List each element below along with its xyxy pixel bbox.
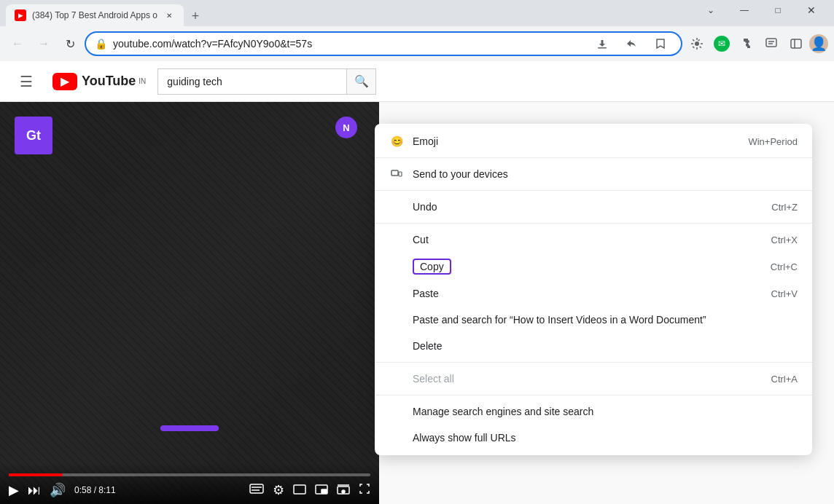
purple-progress-bar <box>160 425 219 431</box>
paste-icon <box>389 286 404 301</box>
menu-item-copy[interactable]: Copy Ctrl+C <box>375 253 812 280</box>
youtube-logo-text: YouTube <box>82 74 136 89</box>
profile-avatar[interactable]: 👤 <box>809 34 828 53</box>
menu-item-send-devices[interactable]: Send to your devices <box>375 161 812 187</box>
menu-label-emoji: Emoji <box>413 135 739 147</box>
menu-label-cut: Cut <box>413 234 763 245</box>
miniplayer-button[interactable] <box>315 483 328 498</box>
menu-item-paste-search[interactable]: Paste and search for “How to Insert Vide… <box>375 307 812 333</box>
menu-label-paste-search: Paste and search for “How to Insert Vide… <box>413 314 789 326</box>
tab-title: (384) Top 7 Best Android Apps o <box>32 10 157 20</box>
chevron-down-button[interactable]: ⌄ <box>694 0 728 23</box>
svg-rect-2 <box>766 39 776 47</box>
forward-button[interactable]: → <box>32 32 55 55</box>
bookmark-icon[interactable] <box>649 32 672 55</box>
video-controls: ▶ ⏭ 🔊 0:58 / 8:11 ⚙ <box>0 463 379 504</box>
menu-item-manage-search[interactable]: Manage search engines and site search <box>375 398 812 425</box>
download-icon[interactable] <box>591 32 614 55</box>
copy-icon <box>389 259 404 274</box>
youtube-country: IN <box>139 77 146 85</box>
maximize-button[interactable]: □ <box>761 0 795 23</box>
lock-icon: 🔒 <box>95 38 107 50</box>
menu-item-delete[interactable]: Delete <box>375 333 812 359</box>
minimize-button[interactable]: — <box>728 0 761 23</box>
toolbar-right: ✉ 👤 <box>685 32 828 55</box>
svg-rect-12 <box>321 489 327 493</box>
skip-button[interactable]: ⏭ <box>28 483 41 498</box>
new-tab-button[interactable]: + <box>185 6 206 26</box>
settings-button[interactable]: ⚙ <box>273 482 284 498</box>
sidebar-icon[interactable] <box>784 32 808 55</box>
menu-label-select-all: Select all <box>413 373 763 385</box>
menu-divider-3 <box>375 223 812 224</box>
address-text: youtube.com/watch?v=FAfcyN0Y9o0&t=57s <box>113 38 585 50</box>
menu-label-undo: Undo <box>413 201 763 213</box>
tab-favicon: ▶ <box>15 9 26 21</box>
send-devices-icon <box>389 167 404 181</box>
always-show-icon <box>389 430 404 445</box>
tab-bar-right: ⌄ — □ ✕ <box>694 0 828 26</box>
address-bar[interactable]: 🔒 youtube.com/watch?v=FAfcyN0Y9o0&t=57s <box>85 31 682 56</box>
browser-frame: ▶ (384) Top 7 Best Android Apps o ✕ + ⌄ … <box>0 0 834 504</box>
menu-shortcut-copy: Ctrl+C <box>771 261 798 272</box>
youtube-menu-button[interactable]: ☰ <box>12 67 41 96</box>
tab-search-icon[interactable] <box>760 32 783 55</box>
back-button[interactable]: ← <box>6 32 29 55</box>
youtube-logo[interactable]: ▶ YouTube IN <box>52 73 146 90</box>
svg-rect-16 <box>399 172 402 176</box>
menu-item-emoji[interactable]: 😊 Emoji Win+Period <box>375 128 812 154</box>
volume-button[interactable]: 🔊 <box>50 482 66 498</box>
menu-label-paste: Paste <box>413 288 763 299</box>
svg-rect-7 <box>250 484 263 493</box>
menu-divider-1 <box>375 157 812 158</box>
theater-button[interactable] <box>293 483 306 498</box>
svg-rect-15 <box>391 170 398 176</box>
menu-label-send-devices: Send to your devices <box>413 168 789 180</box>
search-button[interactable]: 🔍 <box>346 69 375 94</box>
video-player: Gt N ▶ ⏭ 🔊 0:58 / 8:11 <box>0 102 379 504</box>
address-bar-actions <box>591 32 672 55</box>
video-background: Gt N <box>0 102 379 504</box>
extensions-area-icon[interactable] <box>685 32 709 55</box>
subtitles-button[interactable] <box>249 484 264 497</box>
menu-divider-5 <box>375 395 812 395</box>
page-content: ☰ ▶ YouTube IN 🔍 Gt N <box>0 61 834 504</box>
fullscreen-button[interactable] <box>359 483 370 498</box>
messenger-icon[interactable]: ✉ <box>710 32 733 55</box>
delete-icon <box>389 339 404 353</box>
menu-label-manage-search: Manage search engines and site search <box>413 406 789 417</box>
progress-fill <box>9 473 63 476</box>
menu-divider-4 <box>375 362 812 363</box>
menu-item-undo[interactable]: Undo Ctrl+Z <box>375 194 812 220</box>
svg-rect-10 <box>294 485 305 494</box>
close-button[interactable]: ✕ <box>795 0 828 23</box>
menu-item-always-show-urls[interactable]: Always show full URLs <box>375 425 812 451</box>
notification-badge: N <box>335 117 357 138</box>
menu-shortcut-undo: Ctrl+Z <box>771 202 798 213</box>
context-menu: 😊 Emoji Win+Period Send to your devices <box>375 124 812 455</box>
menu-item-cut[interactable]: Cut Ctrl+X <box>375 227 812 253</box>
toolbar: ← → ↻ 🔒 youtube.com/watch?v=FAfcyN0Y9o0&… <box>0 26 834 61</box>
video-progress-bar[interactable] <box>9 473 370 476</box>
window-controls: ⌄ — □ ✕ <box>694 0 828 23</box>
emoji-icon: 😊 <box>389 134 404 149</box>
youtube-search-bar[interactable]: 🔍 <box>157 68 376 95</box>
menu-shortcut-emoji: Win+Period <box>748 136 798 147</box>
controls-row: ▶ ⏭ 🔊 0:58 / 8:11 ⚙ <box>9 482 370 498</box>
menu-label-delete: Delete <box>413 340 789 352</box>
share-icon[interactable] <box>620 32 643 55</box>
menu-item-select-all[interactable]: Select all Ctrl+A <box>375 366 812 392</box>
youtube-search-input[interactable] <box>158 69 346 94</box>
cast-button[interactable] <box>337 483 350 498</box>
manage-search-icon <box>389 404 404 419</box>
puzzle-icon[interactable] <box>735 32 758 55</box>
paste-search-icon <box>389 312 404 327</box>
tab-close-button[interactable]: ✕ <box>163 9 175 21</box>
menu-item-paste[interactable]: Paste Ctrl+V <box>375 280 812 307</box>
active-tab[interactable]: ▶ (384) Top 7 Best Android Apps o ✕ <box>6 4 184 26</box>
menu-label-always-show-urls: Always show full URLs <box>413 432 789 444</box>
svg-rect-5 <box>791 39 801 48</box>
menu-label-copy: Copy <box>413 259 762 275</box>
reload-button[interactable]: ↻ <box>58 32 82 55</box>
play-button[interactable]: ▶ <box>9 482 19 498</box>
